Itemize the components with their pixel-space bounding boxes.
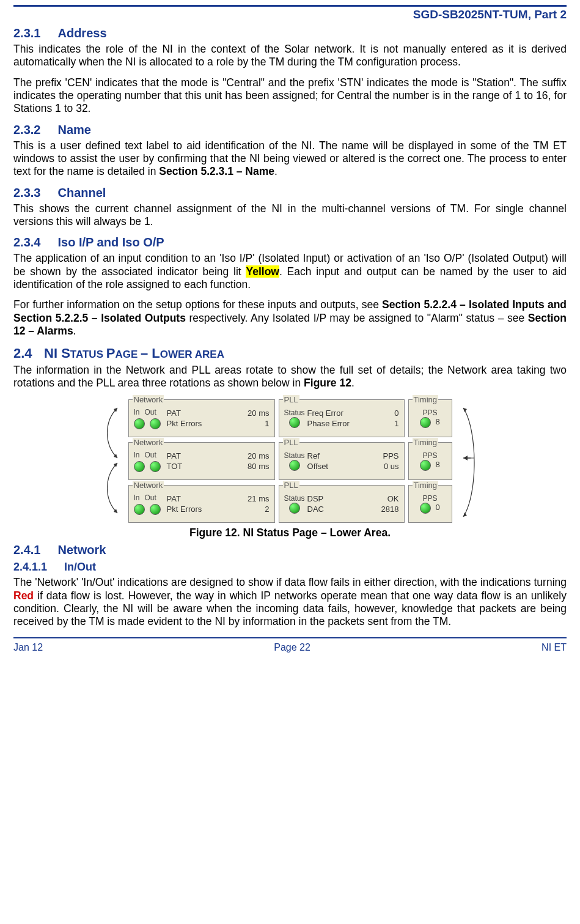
led-pps-icon: [420, 460, 431, 471]
figure-caption: Figure 12. NI Status Page – Lower Area.: [13, 527, 567, 539]
pll-panel: PLLStatusDSPOKDAC2818: [279, 485, 405, 523]
para: For further information on the setup opt…: [13, 298, 567, 338]
network-panel: NetworkInOutPAT21 msPkt Errors2: [128, 485, 275, 523]
para: This shows the current channel assignmen…: [13, 202, 567, 229]
network-panel: NetworkInOutPAT20 msTOT80 ms: [128, 442, 275, 480]
led-out-icon: [150, 504, 161, 515]
led-status-icon: [289, 417, 300, 428]
heading-2-3-3: 2.3.3Channel: [13, 186, 567, 200]
pll-panel: PLLStatusFreq Error0Phase Error1: [279, 399, 405, 437]
led-pps-icon: [420, 503, 431, 514]
para: The 'Network' 'In/Out' indications are d…: [13, 576, 567, 628]
footer-date: Jan 12: [13, 642, 43, 653]
footer-page: Page 22: [274, 642, 310, 653]
red-text: Red: [13, 590, 34, 602]
heading-2-4: 2.4 NI STATUS PAGE – LOWER AREA: [13, 346, 567, 361]
figure-12: NetworkInOutPAT20 msPkt Errors1PLLStatus…: [13, 397, 567, 525]
network-panel: NetworkInOutPAT20 msPkt Errors1: [128, 399, 275, 437]
rotation-arrows-left: [99, 397, 125, 525]
doc-header: SGD-SB2025NT-TUM, Part 2: [13, 8, 567, 21]
highlight-yellow: Yellow: [246, 265, 279, 278]
led-out-icon: [150, 418, 161, 429]
heading-2-4-1-1: 2.4.1.1In/Out: [13, 561, 567, 574]
page-footer: Jan 12 Page 22 NI ET: [13, 638, 567, 662]
led-status-icon: [289, 460, 300, 471]
heading-2-4-1: 2.4.1Network: [13, 543, 567, 557]
para: This is a user defined text label to aid…: [13, 139, 567, 179]
timing-panel: TimingPPS 0: [408, 485, 452, 523]
timing-panel: TimingPPS 8: [408, 442, 452, 480]
led-in-icon: [134, 504, 145, 515]
heading-2-3-1: 2.3.1Address: [13, 26, 567, 40]
timing-panel: TimingPPS 8: [408, 399, 452, 437]
pll-panel: PLLStatusRefPPSOffset0 us: [279, 442, 405, 480]
para: The information in the Network and PLL a…: [13, 364, 567, 390]
led-pps-icon: [420, 417, 431, 428]
rotation-arrows-right: [456, 397, 482, 525]
para: The application of an input condition to…: [13, 252, 567, 291]
led-in-icon: [134, 461, 145, 472]
heading-2-3-2: 2.3.2Name: [13, 123, 567, 137]
led-in-icon: [134, 418, 145, 429]
footer-doc: NI ET: [541, 642, 567, 653]
heading-2-3-4: 2.3.4Iso I/P and Iso O/P: [13, 235, 567, 249]
led-out-icon: [150, 461, 161, 472]
para: The prefix 'CEN' indicates that the mode…: [13, 76, 567, 116]
led-status-icon: [289, 503, 300, 514]
para: This indicates the role of the NI in the…: [13, 43, 567, 69]
